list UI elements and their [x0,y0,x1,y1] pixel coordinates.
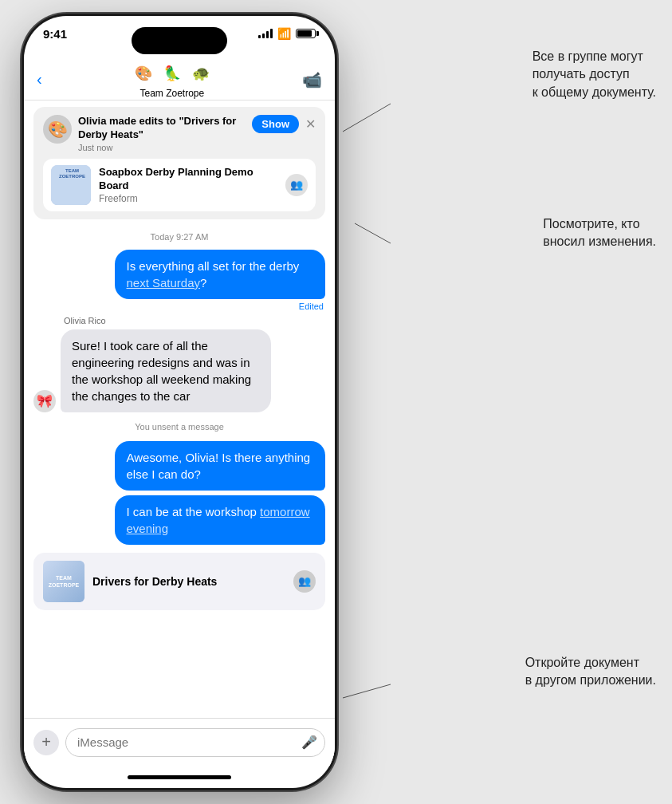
unsent-label: You unsent a message [33,422,325,432]
doc-title: Drivers for Derby Heats [92,575,285,588]
doc-info: Drivers for Derby Heats [92,575,285,588]
messages-list: Today 9:27 AM Is everything all set for … [24,226,335,718]
mic-button[interactable]: 🎤 [301,735,317,750]
link-next-saturday: next Saturday [126,276,200,290]
msg-group-out1: Is everything all set for the derby next… [115,250,325,311]
outgoing-msg-2: Awesome, Olivia! Is there anything else … [33,441,325,491]
group-members-icon: 👥 [285,174,308,196]
msg-group-out2: Awesome, Olivia! Is there anything else … [115,441,325,491]
avatar-1: 🎨 [131,61,156,86]
battery-icon [296,29,316,38]
svg-line-1 [355,223,391,243]
avatar-2: 🦜 [159,61,185,86]
message-input[interactable] [65,728,325,757]
outgoing-msg-1: Is everything all set for the derby next… [33,250,325,311]
notif-card-info: Soapbox Derby Planning Demo Board Freefo… [99,166,277,204]
notif-actions: Show ✕ [252,115,316,133]
nav-center[interactable]: 🎨 🦜 🐢 Team Zoetrope [131,61,214,99]
olivia-avatar: 🎀 [33,390,56,412]
video-call-button[interactable]: 📹 [302,70,322,89]
nav-bar: ‹ 🎨 🦜 🐢 Team Zoetrope 📹 [24,59,335,100]
msg-group-out3: I can be at the workshop tomorrow evenin… [115,495,325,545]
notif-card-title: Soapbox Derby Planning Demo Board [99,166,277,193]
notif-card[interactable]: Soapbox Derby Planning Demo Board Freefo… [43,159,316,211]
link-tomorrow-evening: tomorrow evening [126,505,309,535]
sender-name: Olivia Rico [64,316,271,325]
bubble-in1: Sure! I took care of all the engineering… [61,329,271,412]
annotation-1: Все в группе могут получать доступ к общ… [532,48,656,101]
notif-text: Olivia made edits to "Drivers for Derby … [78,115,246,152]
doc-thumb: TEAMZOETROPE [43,561,84,602]
signal-icon [258,29,273,38]
svg-line-2 [343,684,391,698]
notif-thumb [51,165,91,205]
messages-content: 🎨 Olivia made edits to "Drivers for Derb… [24,100,335,766]
group-avatars: 🎨 🦜 🐢 [131,61,214,86]
outgoing-msg-3: I can be at the workshop tomorrow evenin… [33,495,325,545]
notif-title: Olivia made edits to "Drivers for Derby … [78,115,246,142]
input-wrapper: 🎤 [65,728,325,757]
edited-label: Edited [115,302,324,311]
notification-banner: 🎨 Olivia made edits to "Drivers for Derb… [33,107,325,219]
doc-group-icon: 👥 [293,570,316,593]
annotation-2: Посмотрите, кто вносил изменения. [543,215,656,251]
doc-card[interactable]: TEAMZOETROPE Drivers for Derby Heats 👥 [33,553,325,610]
notif-card-sub: Freeform [99,193,277,204]
back-button[interactable]: ‹ [37,70,42,89]
wifi-icon: 📶 [277,27,291,40]
avatar-3: 🐢 [188,61,214,86]
close-button[interactable]: ✕ [305,116,316,132]
home-indicator [24,766,335,788]
home-bar [128,775,231,779]
group-name: Team Zoetrope [140,88,204,99]
notif-subtitle: Just now [78,143,246,152]
input-bar: + 🎤 [24,718,335,766]
notif-avatar: 🎨 [43,115,72,144]
phone-frame: 9:41 📶 ‹ [24,16,335,788]
msg-group-in1: Olivia Rico Sure! I took care of all the… [61,316,271,412]
bubble-out2: Awesome, Olivia! Is there anything else … [115,441,325,491]
timestamp: Today 9:27 AM [33,232,325,242]
show-button[interactable]: Show [252,115,299,133]
status-time: 9:41 [43,27,67,41]
incoming-msg-1: 🎀 Olivia Rico Sure! I took care of all t… [33,316,325,412]
bubble-out1: Is everything all set for the derby next… [115,250,325,299]
add-button[interactable]: + [33,730,59,755]
bubble-out3: I can be at the workshop tomorrow evenin… [115,495,325,545]
annotation-3: Откройте документ в другом приложении. [525,654,656,690]
svg-line-0 [343,104,391,132]
notif-header: 🎨 Olivia made edits to "Drivers for Derb… [43,115,316,152]
status-icons: 📶 [258,27,316,40]
dynamic-island [132,27,227,54]
